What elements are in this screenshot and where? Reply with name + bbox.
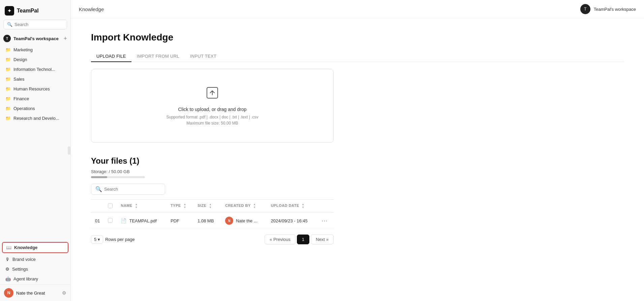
- sort-arrows-created: ▲▼: [253, 203, 256, 209]
- sort-arrows-size: ▲▼: [209, 203, 212, 209]
- row-name-cell: 📄 TEAMPAL.pdf: [117, 213, 166, 229]
- knowledge-icon: 📖: [6, 245, 11, 250]
- upload-icon: [98, 86, 327, 103]
- chevron-down-icon: ▾: [98, 237, 100, 242]
- sidebar-item-finance[interactable]: 📁 Finance: [2, 94, 68, 104]
- col-actions: [317, 200, 334, 213]
- user-name: Nate the Great: [16, 291, 45, 296]
- user-info: N Nate the Great: [4, 288, 45, 298]
- col-size[interactable]: SIZE ▲▼: [193, 200, 221, 213]
- sidebar-item-sales[interactable]: 📁 Sales: [2, 74, 68, 84]
- nav-list: 📁 Marketing 📁 Design 📁 Information Techn…: [0, 45, 70, 239]
- select-all-checkbox[interactable]: [108, 203, 113, 208]
- sidebar-item-label: Human Resources: [13, 86, 50, 91]
- workspace-info: T TeamPal's workspace: [3, 35, 59, 42]
- sidebar-item-it[interactable]: 📁 Information Technol...: [2, 64, 68, 74]
- upload-maxsize: Maximum file size: 50.00 MB: [98, 121, 327, 126]
- row-type-cell: PDF: [166, 213, 193, 229]
- tab-import-url[interactable]: IMPORT FROM URL: [131, 51, 185, 62]
- search-icon: 🔍: [7, 22, 12, 27]
- creator-avatar: N: [225, 217, 233, 225]
- upload-area[interactable]: Click to upload, or drag and drop Suppor…: [91, 69, 334, 143]
- main-content: Knowledge T TeamPal's workspace Import K…: [71, 0, 644, 301]
- files-search-input[interactable]: [104, 187, 161, 192]
- row-created-by-cell: N Nate the ...: [221, 213, 267, 229]
- storage-bar-track: [91, 176, 145, 178]
- workspace-header: T TeamPal's workspace +: [0, 33, 70, 45]
- chevron-right-icon: »: [326, 237, 329, 242]
- row-size-cell: 1.08 MB: [193, 213, 221, 229]
- page-1-button[interactable]: 1: [297, 235, 309, 244]
- add-workspace-button[interactable]: +: [63, 35, 67, 42]
- sidebar-item-hr[interactable]: 📁 Human Resources: [2, 84, 68, 94]
- workspace-avatar: T: [3, 35, 11, 42]
- col-created-by[interactable]: CREATED BY ▲▼: [221, 200, 267, 213]
- page-number: 1: [302, 237, 304, 242]
- rows-per-page-value: 5: [94, 237, 96, 242]
- folder-icon: 📁: [5, 57, 11, 62]
- sidebar-collapse-button[interactable]: ‹: [68, 146, 71, 155]
- workspace-name: TeamPal's workspace: [13, 36, 59, 41]
- table-header-row: NAME ▲▼ TYPE ▲▼ SIZE ▲▼ CREATED BY ▲▼: [91, 200, 334, 213]
- col-upload-date-label: UPLOAD DATE: [271, 203, 299, 208]
- sidebar-item-marketing[interactable]: 📁 Marketing: [2, 45, 68, 55]
- user-settings-button[interactable]: ⚙: [62, 290, 66, 296]
- row-more-button[interactable]: ⋯: [321, 217, 328, 224]
- row-checkbox-cell: [104, 213, 117, 229]
- sidebar-item-label: Information Technol...: [13, 67, 55, 72]
- search-input[interactable]: [14, 22, 63, 27]
- storage-bar-fill: [91, 176, 107, 178]
- file-name-label: TEAMPAL.pdf: [129, 218, 156, 223]
- sort-arrows-type: ▲▼: [183, 203, 186, 209]
- nav-section-bottom: 📖 Knowledge 🎙 Brand voice ⚙ Settings 🤖 A…: [0, 239, 70, 284]
- creator-name: Nate the ...: [236, 218, 257, 223]
- files-search-box[interactable]: 🔍: [91, 184, 165, 195]
- sidebar-item-label: Agent library: [13, 276, 38, 281]
- row-more-cell: ⋯: [317, 213, 334, 229]
- row-number: 01: [91, 213, 104, 229]
- tabs: UPLOAD FILE IMPORT FROM URL INPUT TEXT: [91, 51, 624, 62]
- sidebar-item-design[interactable]: 📁 Design: [2, 55, 68, 64]
- previous-button[interactable]: « Previous: [265, 235, 296, 244]
- rows-per-page-label: Rows per page: [105, 237, 134, 242]
- topbar: Knowledge T TeamPal's workspace: [71, 0, 644, 19]
- row-checkbox[interactable]: [108, 218, 113, 223]
- col-upload-date[interactable]: UPLOAD DATE ▲▼: [267, 200, 318, 213]
- files-table: NAME ▲▼ TYPE ▲▼ SIZE ▲▼ CREATED BY ▲▼: [91, 199, 334, 229]
- col-type-label: TYPE: [171, 203, 181, 208]
- sidebar-item-knowledge[interactable]: 📖 Knowledge: [2, 242, 68, 253]
- storage-label: Storage: / 50.00 GB: [91, 169, 624, 174]
- col-checkbox: [104, 200, 117, 213]
- pagination-row: 5 ▾ Rows per page « Previous 1 Next »: [91, 235, 334, 244]
- rows-per-page-select[interactable]: 5 ▾: [91, 235, 103, 244]
- logo-icon: ✦: [5, 6, 14, 16]
- tab-input-text[interactable]: INPUT TEXT: [185, 51, 222, 62]
- sidebar-item-label: Design: [13, 57, 27, 62]
- sidebar-item-label: Research and Develo...: [13, 116, 59, 121]
- row-date-cell: 2024/09/23 - 16:45: [267, 213, 318, 229]
- next-button[interactable]: Next »: [311, 235, 334, 244]
- folder-icon: 📁: [5, 67, 11, 72]
- topbar-right: T TeamPal's workspace: [580, 4, 636, 14]
- sidebar-item-label: Sales: [13, 77, 25, 82]
- avatar-initial: N: [7, 291, 10, 295]
- avatar: N: [4, 288, 13, 298]
- sidebar-item-brand-voice[interactable]: 🎙 Brand voice: [2, 254, 68, 264]
- tab-upload-file[interactable]: UPLOAD FILE: [91, 51, 131, 62]
- sidebar-item-operations[interactable]: 📁 Operations: [2, 104, 68, 113]
- sidebar-item-rnd[interactable]: 📁 Research and Develo...: [2, 113, 68, 123]
- sidebar-item-label: Settings: [12, 267, 28, 272]
- search-box[interactable]: 🔍: [3, 20, 67, 29]
- upload-formats: Supported format .pdf | .docx | doc | .t…: [98, 115, 327, 119]
- pagination-controls: « Previous 1 Next »: [265, 235, 334, 244]
- sidebar-item-agent-library[interactable]: 🤖 Agent library: [2, 274, 68, 284]
- next-label: Next: [316, 237, 325, 242]
- sidebar: ✦ TeamPal 🔍 T TeamPal's workspace + 📁 Ma…: [0, 0, 71, 301]
- folder-icon: 📁: [5, 47, 11, 52]
- col-name[interactable]: NAME ▲▼: [117, 200, 166, 213]
- folder-icon: 📁: [5, 106, 11, 111]
- sidebar-item-label: Operations: [13, 106, 35, 111]
- page-title: Import Knowledge: [91, 32, 624, 43]
- col-type[interactable]: TYPE ▲▼: [166, 200, 193, 213]
- sidebar-item-settings[interactable]: ⚙ Settings: [2, 264, 68, 274]
